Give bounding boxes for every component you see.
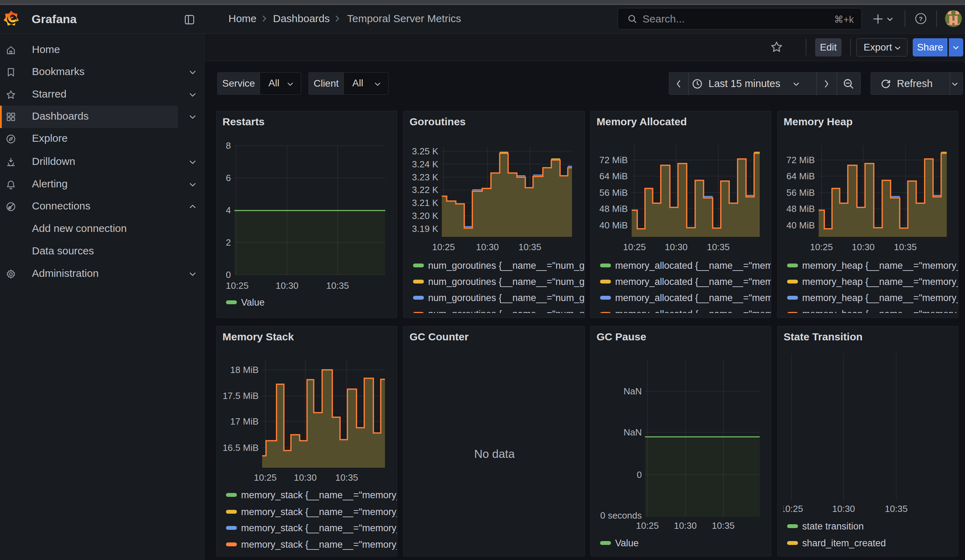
- svg-text:2: 2: [226, 237, 231, 248]
- svg-text:4: 4: [226, 205, 231, 216]
- svg-text:10:25: 10:25: [636, 520, 659, 531]
- svg-text:10:35: 10:35: [335, 472, 358, 483]
- svg-text:6: 6: [226, 173, 231, 183]
- svg-text:17 MiB: 17 MiB: [230, 416, 258, 427]
- svg-text:?: ?: [919, 16, 922, 23]
- svg-text:10:35: 10:35: [885, 503, 908, 514]
- svg-text:0: 0: [226, 269, 231, 280]
- svg-text:17.5 MiB: 17.5 MiB: [222, 390, 258, 401]
- svg-text:NaN: NaN: [623, 427, 642, 438]
- svg-text:10:30: 10:30: [294, 472, 317, 483]
- svg-text:0 seconds: 0 seconds: [600, 510, 642, 521]
- svg-text:10:30: 10:30: [275, 280, 298, 291]
- svg-text:8: 8: [226, 140, 231, 151]
- svg-text:10:30: 10:30: [674, 520, 697, 531]
- svg-text:10:25: 10:25: [226, 280, 249, 291]
- svg-text:NaN: NaN: [623, 386, 642, 397]
- svg-text:10:30: 10:30: [832, 503, 855, 514]
- svg-text:10:25: 10:25: [254, 472, 276, 483]
- svg-text:0: 0: [637, 469, 642, 480]
- svg-text:10:35: 10:35: [711, 520, 734, 531]
- svg-text:10:35: 10:35: [326, 280, 349, 291]
- svg-text:16.5 MiB: 16.5 MiB: [222, 442, 258, 453]
- svg-text:10:25: 10:25: [783, 503, 803, 514]
- svg-text:18 MiB: 18 MiB: [230, 364, 258, 375]
